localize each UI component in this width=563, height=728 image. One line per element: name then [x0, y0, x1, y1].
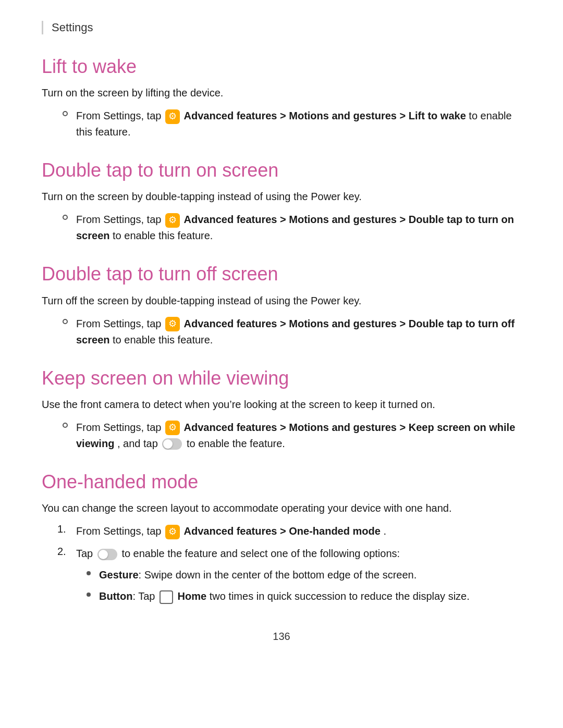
- text-button-tap: : Tap: [132, 590, 158, 602]
- bold-gesture: Gesture: [99, 569, 139, 581]
- page-container: Settings Lift to wake Turn on the screen…: [0, 0, 563, 674]
- text-to-enable: to enable this feature.: [113, 334, 213, 346]
- section-double-tap-on: Double tap to turn on screen Turn on the…: [42, 159, 521, 244]
- settings-gear-icon: [165, 317, 180, 331]
- text-from-settings: From Settings, tap: [76, 422, 164, 433]
- sub-bullet-list: Gesture: Swipe down in the center of the…: [87, 567, 470, 604]
- text-from-settings: From Settings, tap: [76, 318, 164, 329]
- bullet-item-keep-screen-on-1: From Settings, tap Advanced features > M…: [42, 419, 521, 452]
- toggle-icon: [97, 549, 117, 560]
- section-one-handed-mode: One-handed mode You can change the scree…: [42, 471, 521, 610]
- section-title-double-tap-off: Double tap to turn off screen: [42, 263, 521, 285]
- path-lift-to-wake: Advanced features > Motions and gestures…: [184, 110, 466, 121]
- item-number-2: 2.: [57, 546, 76, 558]
- section-title-double-tap-on: Double tap to turn on screen: [42, 159, 521, 181]
- section-desc-one-handed-mode: You can change the screen layout to acco…: [42, 500, 521, 516]
- bullet-item-double-tap-off-1: From Settings, tap Advanced features > M…: [42, 316, 521, 348]
- bullet-list-double-tap-off: From Settings, tap Advanced features > M…: [42, 316, 521, 348]
- bullet-circle: [63, 319, 68, 324]
- bullet-list-lift-to-wake: From Settings, tap Advanced features > M…: [42, 108, 521, 140]
- bold-home: Home: [178, 590, 207, 602]
- item-text-2: Tap to enable the feature and select one…: [76, 546, 470, 610]
- bullet-text-lift-to-wake-1: From Settings, tap Advanced features > M…: [76, 108, 521, 140]
- text-period: .: [383, 525, 386, 537]
- toggle-icon: [162, 438, 182, 450]
- home-icon: [160, 590, 173, 604]
- bullet-item-lift-to-wake-1: From Settings, tap Advanced features > M…: [42, 108, 521, 140]
- section-double-tap-off: Double tap to turn off screen Turn off t…: [42, 263, 521, 348]
- text-tap: Tap: [76, 548, 96, 559]
- sub-bullet-dot: [87, 571, 91, 575]
- text-from-settings: From Settings, tap: [76, 214, 164, 225]
- section-lift-to-wake: Lift to wake Turn on the screen by lifti…: [42, 55, 521, 140]
- numbered-item-2: 2. Tap to enable the feature and select …: [42, 546, 521, 610]
- section-title-lift-to-wake: Lift to wake: [42, 55, 521, 78]
- path-one-handed: Advanced features > One-handed mode: [184, 525, 381, 537]
- section-title-one-handed-mode: One-handed mode: [42, 471, 521, 493]
- bullet-item-double-tap-on-1: From Settings, tap Advanced features > M…: [42, 212, 521, 244]
- page-footer: 136: [42, 631, 521, 643]
- numbered-item-1: 1. From Settings, tap Advanced features …: [42, 523, 521, 539]
- bullet-circle: [63, 215, 68, 220]
- sub-bullet-item-gesture: Gesture: Swipe down in the center of the…: [87, 567, 470, 583]
- settings-gear-icon: [165, 421, 180, 435]
- bullet-list-double-tap-on: From Settings, tap Advanced features > M…: [42, 212, 521, 244]
- bullet-text-keep-screen-on-1: From Settings, tap Advanced features > M…: [76, 419, 521, 452]
- section-desc-keep-screen-on: Use the front camera to detect when you’…: [42, 397, 521, 412]
- numbered-list-one-handed: 1. From Settings, tap Advanced features …: [42, 523, 521, 610]
- text-from-settings: From Settings, tap: [76, 110, 164, 121]
- bullet-circle: [63, 423, 68, 428]
- text-gesture: : Swipe down in the center of the bottom…: [139, 569, 417, 581]
- text-from-settings: From Settings, tap: [76, 525, 164, 537]
- bullet-text-double-tap-off-1: From Settings, tap Advanced features > M…: [76, 316, 521, 348]
- bold-button: Button: [99, 590, 132, 602]
- item-number-1: 1.: [57, 523, 76, 535]
- text-button-rest: two times in quick succession to reduce …: [206, 590, 470, 602]
- page-header-text: Settings: [52, 21, 93, 34]
- sub-bullet-text-gesture: Gesture: Swipe down in the center of the…: [99, 567, 417, 583]
- settings-gear-icon: [165, 109, 180, 124]
- section-desc-double-tap-off: Turn off the screen by double-tapping in…: [42, 293, 521, 309]
- page-number: 136: [273, 631, 290, 642]
- settings-gear-icon: [165, 213, 180, 228]
- section-desc-lift-to-wake: Turn on the screen by lifting the device…: [42, 85, 521, 101]
- section-keep-screen-on: Keep screen on while viewing Use the fro…: [42, 367, 521, 452]
- text-enable-select: to enable the feature and select one of …: [121, 548, 400, 559]
- bullet-text-double-tap-on-1: From Settings, tap Advanced features > M…: [76, 212, 521, 244]
- settings-gear-icon: [165, 525, 180, 539]
- text-to-enable-feature: to enable the feature.: [187, 438, 285, 449]
- bullet-circle: [63, 111, 68, 116]
- section-desc-double-tap-on: Turn on the screen by double-tapping ins…: [42, 189, 521, 204]
- sub-bullet-text-button: Button: Tap Home two times in quick succ…: [99, 588, 470, 604]
- item-text-1: From Settings, tap Advanced features > O…: [76, 523, 386, 539]
- section-title-keep-screen-on: Keep screen on while viewing: [42, 367, 521, 389]
- page-header: Settings: [42, 21, 521, 34]
- bullet-list-keep-screen-on: From Settings, tap Advanced features > M…: [42, 419, 521, 452]
- sub-bullet-item-button: Button: Tap Home two times in quick succ…: [87, 588, 470, 604]
- text-and-tap: , and tap: [117, 438, 158, 449]
- text-to-enable: to enable this feature.: [113, 230, 213, 241]
- sub-bullet-dot: [87, 593, 91, 597]
